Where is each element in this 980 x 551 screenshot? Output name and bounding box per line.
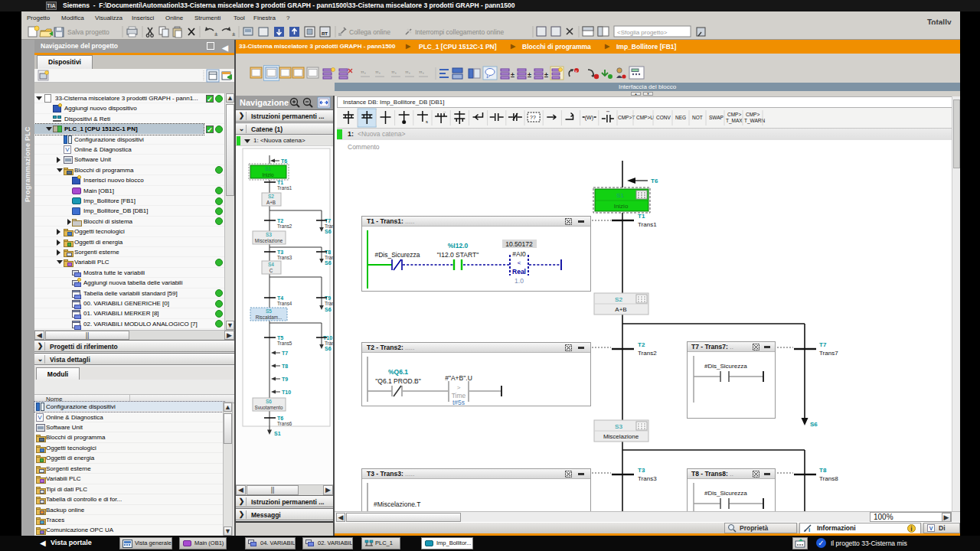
- svg-text:T4: T4: [277, 295, 283, 301]
- svg-text:T7: T7: [819, 341, 827, 348]
- svg-text:1.0: 1.0: [514, 277, 524, 285]
- svg-text:<: <: [518, 259, 521, 266]
- svg-text:S1: S1: [265, 166, 271, 171]
- svg-text:Interrompi collegamento online: Interrompi collegamento online: [415, 28, 505, 36]
- svg-text:Trans4: Trans4: [277, 301, 292, 306]
- svg-text:Trans5: Trans5: [277, 341, 292, 346]
- svg-text:Trans1: Trans1: [638, 221, 657, 228]
- svg-text:S2: S2: [615, 296, 622, 303]
- svg-text:S6: S6: [266, 399, 272, 404]
- svg-text:"": "": [606, 110, 609, 115]
- svg-text:Trans8: Trans8: [819, 475, 838, 482]
- svg-text:±: ±: [214, 31, 218, 37]
- svg-text:Trans3: Trans3: [638, 475, 657, 482]
- svg-text:T3: T3: [277, 249, 283, 255]
- svg-text:T6: T6: [281, 158, 287, 164]
- svg-text:S4: S4: [268, 262, 274, 267]
- svg-text:T_WARN: T_WARN: [744, 118, 766, 124]
- svg-text:Tran: Tran: [325, 301, 333, 306]
- svg-text:Tran: Tran: [325, 223, 333, 229]
- svg-text:..: ..: [443, 109, 446, 113]
- svg-text:T2: T2: [277, 218, 283, 223]
- svg-text:Trans2: Trans2: [638, 350, 657, 357]
- svg-text:CMP>U: CMP>U: [636, 115, 654, 120]
- svg-text:??: ??: [530, 115, 536, 120]
- svg-text:CMP>: CMP>: [746, 112, 760, 117]
- svg-text:Trans2: Trans2: [277, 223, 292, 229]
- svg-text:#"A+B".U: #"A+B".U: [445, 374, 472, 382]
- svg-text:±: ±: [528, 71, 531, 79]
- svg-text:S5: S5: [266, 308, 272, 314]
- svg-text:S3: S3: [615, 423, 622, 430]
- svg-text:s: s: [426, 119, 428, 124]
- svg-text:NOT: NOT: [692, 115, 703, 120]
- svg-text:A+B: A+B: [266, 200, 276, 205]
- svg-text:Miscelazione: Miscelazione: [603, 433, 639, 440]
- svg-text:"Q6.1 PROD.B": "Q6.1 PROD.B": [375, 377, 420, 385]
- svg-text:±: ±: [511, 71, 514, 79]
- svg-text:S6: S6: [325, 260, 332, 266]
- svg-text:"I12.0 START": "I12.0 START": [437, 251, 479, 259]
- svg-text:#Dis_Sicurezza: #Dis_Sicurezza: [374, 251, 420, 259]
- svg-text:10.50172: 10.50172: [505, 240, 533, 248]
- svg-text:CONV: CONV: [656, 115, 671, 120]
- svg-text:#AI0: #AI0: [512, 250, 526, 258]
- svg-text:S3: S3: [266, 232, 272, 237]
- svg-text:S6: S6: [325, 229, 332, 234]
- svg-text:A+B: A+B: [615, 306, 626, 313]
- svg-text:Inizio: Inizio: [614, 203, 629, 210]
- svg-text:T7: T7: [282, 350, 288, 356]
- svg-text:Miscelazione: Miscelazione: [255, 238, 283, 243]
- svg-text:±: ±: [232, 31, 236, 37]
- svg-text:Svuotamento: Svuotamento: [254, 405, 283, 410]
- svg-text:CMP>T: CMP>T: [618, 115, 635, 120]
- svg-text:#Miscelazione.T: #Miscelazione.T: [374, 500, 420, 508]
- svg-text:#Dis_Sicurezza: #Dis_Sicurezza: [704, 490, 747, 497]
- svg-text:T9: T9: [282, 377, 288, 382]
- svg-text:Trans3: Trans3: [277, 255, 292, 260]
- svg-text:#Dis_Sicurezza: #Dis_Sicurezza: [704, 363, 747, 370]
- svg-text:T1: T1: [277, 180, 283, 185]
- svg-text:T1: T1: [638, 213, 645, 220]
- svg-text:CMP>: CMP>: [727, 112, 741, 117]
- svg-text:>: >: [457, 384, 461, 391]
- svg-text:S6: S6: [325, 346, 332, 351]
- svg-text:t#5s: t#5s: [452, 399, 465, 406]
- svg-text:T6: T6: [277, 416, 283, 421]
- svg-text:RT: RT: [322, 31, 328, 36]
- svg-text:Trans7: Trans7: [819, 350, 838, 357]
- svg-text:x: x: [575, 69, 577, 73]
- svg-text:T8: T8: [819, 467, 827, 474]
- svg-text:T5: T5: [277, 335, 283, 341]
- svg-text:Trans1: Trans1: [277, 185, 292, 191]
- svg-text:S6: S6: [810, 421, 818, 428]
- svg-text:Trans6: Trans6: [277, 421, 292, 426]
- svg-text:S1: S1: [616, 192, 624, 199]
- svg-text:Tran: Tran: [325, 255, 333, 260]
- svg-text:±: ±: [544, 71, 548, 79]
- svg-text:<Sfoglia progetto>: <Sfoglia progetto>: [617, 29, 668, 36]
- svg-text:SWAP: SWAP: [709, 115, 724, 120]
- svg-text:C: C: [270, 268, 273, 273]
- svg-text:Real: Real: [512, 268, 526, 276]
- svg-text:i: i: [808, 527, 810, 533]
- svg-text:T8: T8: [282, 364, 288, 369]
- svg-text:%I12.0: %I12.0: [448, 242, 469, 249]
- svg-text:(W): (W): [585, 115, 593, 121]
- svg-text:T10: T10: [282, 390, 291, 395]
- svg-text:T3: T3: [638, 467, 645, 474]
- svg-text:S1: S1: [274, 431, 281, 436]
- svg-text:NEG: NEG: [675, 115, 686, 120]
- svg-text:T2: T2: [638, 341, 645, 348]
- svg-text:T_MAX: T_MAX: [726, 118, 743, 124]
- svg-text:S6: S6: [325, 307, 332, 312]
- svg-text:T6: T6: [651, 178, 658, 184]
- svg-text:Collega online: Collega online: [349, 28, 390, 36]
- svg-text:S2: S2: [268, 194, 274, 199]
- svg-text:Riscaldam...: Riscaldam...: [256, 315, 283, 320]
- svg-text:Salva progetto: Salva progetto: [67, 28, 109, 36]
- svg-text:Tran: Tran: [325, 341, 333, 346]
- svg-text:%Q6.1: %Q6.1: [388, 368, 408, 376]
- svg-text:Inizio: Inizio: [262, 172, 274, 178]
